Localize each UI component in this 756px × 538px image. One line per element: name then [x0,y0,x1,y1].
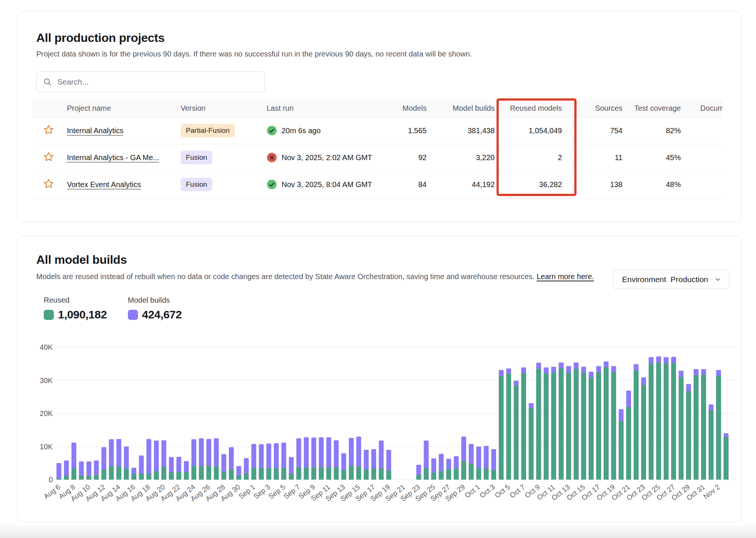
bar-reused [723,437,728,480]
favorite-star-icon[interactable] [43,151,54,162]
col-version: Version [178,100,264,117]
favorite-star-icon[interactable] [43,124,54,135]
legend-builds-label: Model builds [128,296,182,305]
bar-reused [559,369,563,480]
documentation-value [698,117,723,144]
col-sources: Sources [578,100,631,117]
bar-reused [304,467,309,480]
favorite-star-icon[interactable] [43,178,54,189]
projects-table: Project name Version Last run Models Mod… [33,100,723,198]
bar-reused [701,375,706,480]
bar-reused [641,385,646,480]
all-production-projects-card: All production projects Project data sho… [17,11,741,222]
legend-reused: Reused 1,090,182 [44,296,107,321]
documentation-value [698,171,723,198]
x-axis-tick-label: Aug 6 [42,483,62,501]
bar-reused [379,468,384,480]
bar-reused [634,371,639,480]
learn-more-link[interactable]: Learn more here. [537,272,594,281]
bar-reused [274,468,279,480]
col-documentation: Documentation [698,100,723,117]
bar-reused [416,475,421,480]
bar-reused [206,467,211,480]
bar-reused [536,369,541,480]
bar-reused [439,471,444,480]
bar-reused [386,470,391,480]
models-value: 84 [380,171,429,198]
bar-reused [86,476,91,480]
bar-reused [596,372,601,480]
x-axis-tick-label: Sep 1 [237,483,256,501]
projects-card-subtitle: Project data shown is for the previous 9… [36,50,472,58]
bar-reused [64,476,69,480]
bar-reused [604,367,609,480]
bar-reused [221,471,226,480]
bar-reused [139,474,144,480]
bar-reused [251,468,256,480]
bar-reused [236,476,241,480]
bar-reused [341,470,346,480]
x-axis-tick-label: Sep 5 [267,483,286,501]
sources-value: 11 [578,144,631,171]
col-test-coverage: Test coverage [631,100,698,117]
bar-reused [364,470,369,480]
run-error-icon [267,152,277,163]
bar-reused [521,373,526,480]
project-name-link[interactable]: Internal Analytics - GA Me... [67,153,159,162]
x-axis-tick-label: Oct 1 [463,483,482,500]
projects-table-header: Project name Version Last run Models Mod… [33,100,723,117]
bar-reused [191,466,196,480]
legend-builds-swatch [128,310,138,320]
bar-reused [162,467,166,480]
environment-select[interactable]: Environment Production [613,270,729,289]
bar-reused [664,363,669,480]
model-builds-value: 44,192 [429,171,500,198]
builds-card-title: All model builds [36,253,127,267]
search-input[interactable] [57,77,259,86]
bar-reused [184,472,189,480]
bar-reused [484,468,489,480]
bar-reused [266,468,271,480]
legend-model-builds: Model builds 424,672 [128,296,182,321]
chart-legend: Reused 1,090,182 Model builds 424,672 [44,296,182,321]
bar-reused [619,421,624,480]
run-success-icon [267,179,277,190]
bar-reused [454,468,459,480]
bar-reused [566,373,571,480]
environment-value: Production [671,275,708,284]
version-badge: Partial-Fusion [181,124,235,137]
table-row: Internal AnalyticsPartial-Fusion20m 6s a… [33,117,723,144]
table-row: Internal Analytics - GA Me...FusionNov 3… [33,144,723,171]
bar-reused [686,391,691,480]
col-models: Models [380,100,429,117]
bar-reused [109,467,114,480]
page-bottom-fade [0,523,756,538]
project-name-link[interactable]: Vortex Event Analytics [67,180,141,189]
version-badge: Fusion [181,151,212,164]
version-badge: Fusion [181,178,212,191]
project-search[interactable] [36,71,265,92]
bar-reused [79,476,84,480]
bar-reused [244,474,249,480]
bar-reused [334,468,339,480]
x-axis-tick-label: Oct 5 [493,483,511,500]
test-coverage-value: 45% [631,144,698,171]
bar-reused [499,376,504,480]
bar-reused [694,375,698,480]
y-axis-tick-label: 20K [40,409,53,418]
test-coverage-value: 48% [631,171,698,198]
x-axis-tick-label: Oct 3 [478,483,497,500]
project-name-link[interactable]: Internal Analytics [67,126,123,135]
bar-reused [431,473,436,480]
bar-reused [56,479,61,480]
projects-card-title: All production projects [36,31,165,45]
bar-reused [124,468,129,480]
col-last-run: Last run [264,100,380,117]
bar-reused [94,475,99,480]
bar-reused [424,468,428,480]
bar-reused [101,470,106,480]
x-axis-tick-label: Nov 2 [702,483,721,501]
last-run-text: 20m 6s ago [282,126,321,135]
bar-reused [214,467,219,480]
bar-reused [289,474,294,480]
